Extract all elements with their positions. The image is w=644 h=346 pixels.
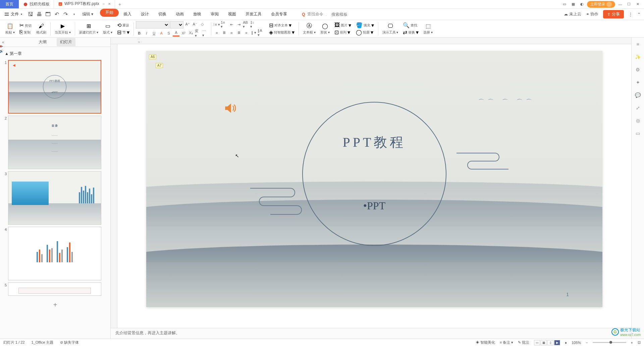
fit-window-button[interactable]: ⊡ <box>638 340 641 345</box>
text-direction-button[interactable]: ‖A ▾ <box>258 29 264 36</box>
zoom-in-button[interactable]: + <box>631 341 633 345</box>
numbering-button[interactable]: 1≡ ▾ <box>221 21 227 28</box>
minimize-button[interactable]: — <box>616 1 624 8</box>
redo-icon[interactable]: ↷ <box>62 11 68 17</box>
menu-tab-review[interactable]: 审阅 <box>206 9 223 20</box>
outline-button[interactable]: ◯轮廓 ▾ <box>354 29 376 36</box>
fill-button[interactable]: 🪣填充 ▾ <box>354 22 376 28</box>
thumbnail-list[interactable]: ▲ 第一章 1▶🔊 PPT教程 •PPT ◀ 2▶ 目 录 ——— <box>0 47 110 339</box>
pinyin-button[interactable]: ⋯ ▾ <box>202 30 209 37</box>
menu-tab-start[interactable]: 开始 <box>100 9 119 17</box>
select-button[interactable]: ⬚ 选择 ▾ <box>421 23 435 35</box>
strike-button[interactable]: S <box>165 30 172 37</box>
font-color-button[interactable]: A <box>158 30 165 37</box>
theme-name[interactable]: 1_Office 主题 <box>32 340 54 345</box>
share-button[interactable]: ⇪ 分享 <box>603 10 624 18</box>
distribute-button[interactable]: ≡ <box>243 29 250 36</box>
command-search[interactable]: Q 查找命令 、 <box>302 11 358 17</box>
speaker-notes[interactable]: 先介绍背景信息，再进入主题讲解。 <box>111 328 631 339</box>
file-menu[interactable]: 文件 ▾ <box>3 11 24 17</box>
normal-view-button[interactable]: ▭ <box>534 340 540 345</box>
grid-icon[interactable]: ▦ <box>570 1 577 8</box>
collapse-ribbon-icon[interactable]: ⌃ <box>637 12 641 17</box>
decrease-indent-button[interactable]: ⇤ <box>228 21 235 28</box>
layout-button[interactable]: ▭ 版式 ▾ <box>101 23 114 35</box>
textbox-button[interactable]: Ⓐ 文本框 ▾ <box>301 23 318 35</box>
beautify-button[interactable]: ◈ 智能美化 <box>476 340 495 345</box>
expand-icon[interactable]: ⤢ <box>635 105 641 111</box>
print-preview-icon[interactable]: 🗔 <box>45 11 51 17</box>
columns-button[interactable]: ‖ ▾ <box>250 29 257 36</box>
menu-tab-vip[interactable]: 会员专享 <box>266 9 292 20</box>
arrange-button[interactable]: ⊡排列 ▾ <box>332 29 353 36</box>
cloud-status[interactable]: ☁ 未上云 <box>564 11 581 17</box>
slide-viewport[interactable]: ⌒⌒ ⌒ ⌒⌒ PPT教程 •PPT A6 A7 1 ↖ CH ⌨ 简 <box>117 44 631 328</box>
maximize-button[interactable]: ☐ <box>625 1 633 8</box>
comment-tag-a7[interactable]: A7 <box>156 63 163 68</box>
circle-icon[interactable]: ○ <box>103 2 105 6</box>
reading-view-button[interactable]: ▯ <box>547 340 553 345</box>
tab-home[interactable]: 首页 <box>0 0 19 8</box>
login-button[interactable]: 立即登录 <box>587 1 615 8</box>
print-icon[interactable]: 🖶 <box>36 11 42 17</box>
book-icon[interactable]: ▭ <box>635 130 641 137</box>
menu-tab-insert[interactable]: 插入 <box>119 9 136 20</box>
collab-button[interactable]: ⚭ 协作 <box>586 11 598 17</box>
superscript-button[interactable]: X² <box>180 30 187 37</box>
sorter-view-button[interactable]: ▦ <box>541 340 547 345</box>
align-left-button[interactable]: ≡ <box>213 29 220 36</box>
missing-fonts[interactable]: ⊘ 缺失字体 <box>60 340 79 345</box>
menu-tab-animation[interactable]: 动画 <box>171 9 189 20</box>
save-icon[interactable]: 🖫 <box>28 11 34 17</box>
star-icon[interactable]: ✦ <box>635 79 641 86</box>
outline-tab-outline[interactable]: 大纲 <box>35 38 50 46</box>
thumbnail-4[interactable] <box>8 227 101 280</box>
template-search-input[interactable] <box>331 12 358 17</box>
bold-button[interactable]: B <box>136 30 143 37</box>
menu-tab-view[interactable]: 视图 <box>223 9 241 20</box>
outline-tab-slides[interactable]: 幻灯片 <box>57 38 75 46</box>
skin-icon[interactable]: ◐ <box>578 1 586 8</box>
change-case-button[interactable]: 変 ▾ <box>195 30 202 37</box>
sparkle-icon[interactable]: ✨ <box>635 54 641 60</box>
font-family-select[interactable] <box>136 21 169 28</box>
collapse-panel-icon[interactable]: « <box>2 40 4 45</box>
font-size-select[interactable] <box>170 21 183 28</box>
slideshow-view-button[interactable]: ▶ <box>554 340 560 345</box>
tab-templates[interactable]: 找稻壳模板 <box>19 0 54 8</box>
new-tab-button[interactable]: + <box>115 2 124 7</box>
add-slide-button[interactable]: + <box>1 298 109 312</box>
reset-button[interactable]: ⟲重设 <box>115 22 131 28</box>
editing-dropdown[interactable]: 编辑 ▾ <box>82 11 93 17</box>
smartart-button[interactable]: ◈转智能图形 ▾ <box>267 29 297 36</box>
zoom-slider[interactable] <box>593 342 626 343</box>
slide-canvas[interactable]: ⌒⌒ ⌒ ⌒⌒ PPT教程 •PPT A6 A7 1 ↖ <box>146 51 602 307</box>
align-right-button[interactable]: ≡ <box>228 29 235 36</box>
notes-toggle[interactable]: ≡ 备注 ▾ <box>500 340 514 345</box>
zoom-level[interactable]: 105% <box>572 341 581 345</box>
zoom-out-button[interactable]: − <box>586 341 588 345</box>
customize-icon[interactable]: ⋮ <box>629 12 633 17</box>
thumbnail-1[interactable]: PPT教程 •PPT ◀ <box>8 60 101 114</box>
align-text-button[interactable]: ⊟对齐文本 ▾ <box>267 22 297 28</box>
ab-spacing-button[interactable]: AB ▾ <box>243 21 250 28</box>
location-icon[interactable]: ◎ <box>635 117 641 124</box>
paste-button[interactable]: 📋 粘贴 ▾ <box>3 23 17 35</box>
menu-tab-dev[interactable]: 开发工具 <box>241 9 266 20</box>
replace-button[interactable]: ⇄替换 ▾ <box>401 29 421 36</box>
highlight-button[interactable]: A <box>173 30 179 37</box>
section-header[interactable]: ▲ 第一章 <box>1 50 109 58</box>
copy-button[interactable]: ⎘复制 <box>17 29 34 35</box>
chevron-down-icon[interactable]: ▾ <box>71 11 77 17</box>
menu-tab-transition[interactable]: 切换 <box>154 9 171 20</box>
thumbnail-3[interactable] <box>8 171 101 225</box>
menu-tab-design[interactable]: 设计 <box>136 9 154 20</box>
settings-icon[interactable]: ⚙ <box>635 66 641 73</box>
font-indicator-icon[interactable]: ♦ <box>565 341 567 345</box>
cut-button[interactable]: ✂剪切 <box>17 22 34 28</box>
close-icon[interactable]: ✕ <box>108 2 111 6</box>
format-brush-button[interactable]: 🖌 格式刷 <box>34 23 48 35</box>
comments-toggle[interactable]: ✎ 批注 <box>518 340 529 345</box>
from-current-button[interactable]: ▶ 当页开始 ▾ <box>53 23 73 35</box>
chat-icon[interactable]: 💬 <box>635 92 641 98</box>
